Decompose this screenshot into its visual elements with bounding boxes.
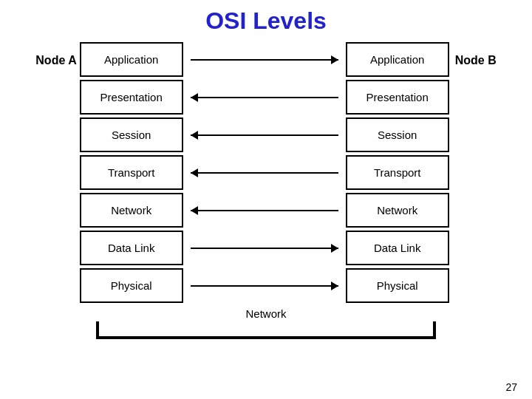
arrow-transport [191,155,338,190]
left-layer-datalink: Data Link [80,231,183,265]
arrow-presentation [191,80,338,115]
network-horizontal-line [96,336,436,339]
right-layer-session: Session [346,117,449,152]
arrow-application [191,42,338,77]
right-layer-presentation: Presentation [346,80,449,115]
page: OSI Levels Node A Application Presentati… [0,0,532,399]
right-layer-transport: Transport [346,155,449,190]
node-a-label: Node A [35,48,76,67]
right-layer-application: Application [346,42,449,77]
arrow-physical [191,268,338,303]
right-layers-col: Application Presentation Session Transpo… [346,42,449,303]
page-title: OSI Levels [15,7,517,35]
arrow-network [191,193,338,228]
left-layer-transport: Transport [80,155,183,190]
left-layers-col: Application Presentation Session Transpo… [80,42,183,303]
right-layer-datalink: Data Link [346,231,449,265]
left-layer-session: Session [80,117,183,152]
network-label: Network [245,307,286,320]
left-layer-presentation: Presentation [80,80,183,115]
arrow-datalink [191,231,338,265]
left-layer-physical: Physical [80,268,183,303]
arrows-col [191,42,338,303]
left-layer-application: Application [80,42,183,77]
network-base: Network [96,307,436,339]
left-layer-network: Network [80,193,183,228]
network-verticals [96,321,436,336]
right-layer-network: Network [346,193,449,228]
page-number: 27 [505,381,517,393]
right-layer-physical: Physical [346,268,449,303]
network-bus-section: Network [15,307,517,339]
right-vertical-line [433,321,436,336]
arrow-session [191,117,338,152]
node-b-label: Node B [455,48,497,67]
left-vertical-line [96,321,99,336]
